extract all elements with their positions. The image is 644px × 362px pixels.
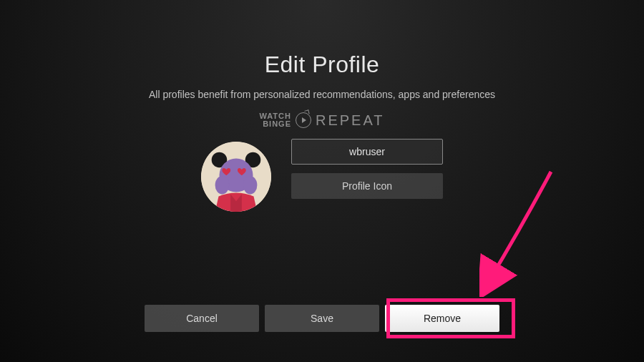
page-title: Edit Profile [265,52,380,78]
avatar[interactable] [201,142,271,212]
watermark: WATCH BINGE REPEAT [259,112,384,129]
save-button[interactable]: Save [265,305,379,332]
profile-icon-button[interactable]: Profile Icon [291,173,443,199]
svg-point-4 [215,176,230,194]
avatar-image [201,142,271,212]
cancel-button[interactable]: Cancel [145,305,259,332]
play-repeat-icon [296,112,311,128]
svg-point-5 [243,176,258,194]
watermark-binge: BINGE [259,120,291,128]
watermark-repeat: REPEAT [316,112,385,129]
page-subtitle: All profiles benefit from personalized r… [149,88,495,102]
profile-name-input[interactable] [291,139,443,165]
remove-button[interactable]: Remove [385,305,499,332]
